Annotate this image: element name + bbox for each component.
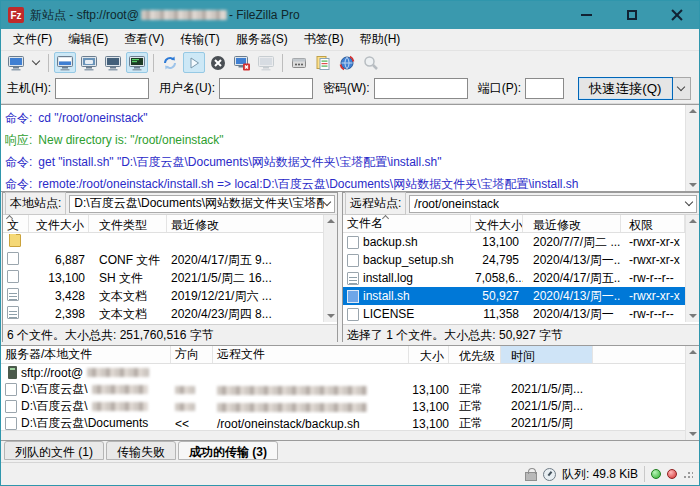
toggle-local-tree-button[interactable] xyxy=(78,52,100,73)
column-header-name[interactable]: 文 xyxy=(3,215,29,232)
remote-list-scrollbar[interactable] xyxy=(685,215,699,322)
close-button[interactable] xyxy=(654,1,699,29)
file-icon-cell xyxy=(3,288,29,304)
menu-bar: 文件(F)编辑(E)查看(V)传输(T)服务器(S)书签(B)帮助(H) xyxy=(1,29,699,51)
remote-file-row[interactable]: install.log7,058,6...2020/4/17/周五...-rw-… xyxy=(343,269,685,287)
column-header-direction[interactable]: 方向 xyxy=(171,346,213,363)
transfer-queue: 服务器/本地文件 方向 远程文件 大小 优先级 时间 sftp://root@D… xyxy=(1,345,699,441)
host-input[interactable] xyxy=(55,78,149,99)
menu-item[interactable]: 书签(B) xyxy=(296,29,352,50)
menu-item[interactable]: 传输(T) xyxy=(172,29,227,50)
remote-path-combo[interactable]: /root/oneinstack xyxy=(409,195,697,213)
local-file-row[interactable]: 3,428文本文档2019/12/21/周六 ... xyxy=(3,287,323,305)
column-header-size[interactable]: 大小 xyxy=(409,346,449,363)
remote-file-row[interactable]: LICENSE11,3582020/4/13/周一-rw-r--r-- xyxy=(343,305,685,323)
find-files-icon xyxy=(362,54,380,72)
directory-comparison-icon xyxy=(314,54,332,72)
blue-file-icon xyxy=(347,290,359,303)
toggle-remote-tree-button[interactable] xyxy=(102,52,124,73)
scroll-up-icon xyxy=(689,219,697,223)
speed-limit-icon[interactable] xyxy=(543,468,556,481)
resize-grip[interactable] xyxy=(683,469,693,479)
file-size: 2,398 xyxy=(29,307,89,321)
menu-item[interactable]: 查看(V) xyxy=(116,29,172,50)
log-scrollbar[interactable] xyxy=(685,105,699,191)
column-header-time[interactable]: 时间 xyxy=(501,346,593,363)
queue-tab[interactable]: 传输失败 xyxy=(106,441,176,460)
remote-file-row[interactable]: backup.sh13,1002020/7/7/周二 ...-rwxr-xr-x xyxy=(343,233,685,251)
toggle-message-log-icon xyxy=(56,54,74,72)
site-manager-dropdown[interactable] xyxy=(29,52,43,73)
filter-button[interactable] xyxy=(288,52,310,73)
process-queue-button[interactable] xyxy=(183,52,205,73)
local-file-row[interactable]: 2,398文本文档2020/4/23/周四 8... xyxy=(3,305,323,323)
directory-comparison-button[interactable] xyxy=(312,52,334,73)
file-icon-cell xyxy=(3,270,29,286)
queue-server-row[interactable]: sftp://root@ xyxy=(1,364,699,381)
queue-direction xyxy=(171,383,213,397)
port-input[interactable] xyxy=(525,78,564,99)
file-size: 24,795 xyxy=(471,253,523,267)
toggle-message-log-button[interactable] xyxy=(54,52,76,73)
queue-tab[interactable]: 列队的文件 (1) xyxy=(4,441,104,460)
file-file-icon xyxy=(347,308,359,321)
toggle-queue-button[interactable] xyxy=(126,52,148,73)
file-icon-cell xyxy=(3,306,29,322)
site-manager-button[interactable] xyxy=(5,52,27,73)
file-permissions: -rwxr-xr-x xyxy=(625,235,685,249)
remote-pane: 远程站点: /root/oneinstack 文件名 文件大小 最近修改 权限 … xyxy=(342,192,700,342)
username-input[interactable] xyxy=(219,78,313,99)
cancel-button[interactable] xyxy=(207,52,229,73)
process-queue-icon xyxy=(185,54,203,72)
toolbar-separator xyxy=(48,54,49,72)
queue-remote-file xyxy=(213,400,409,414)
reconnect-button[interactable] xyxy=(255,52,277,73)
menu-item[interactable]: 帮助(H) xyxy=(352,29,409,50)
local-path-combo[interactable]: D:\百度云盘\Documents\网站数据文件夹\宝塔配置\ xyxy=(69,195,335,213)
column-header-size[interactable]: 文件大小 xyxy=(471,215,523,232)
local-list-scrollbar[interactable] xyxy=(323,215,337,322)
column-header-server-local[interactable]: 服务器/本地文件 xyxy=(1,346,171,363)
disconnect-icon xyxy=(233,54,251,72)
queue-scrollbar[interactable] xyxy=(685,346,699,440)
local-file-row[interactable] xyxy=(3,233,323,251)
remote-file-row[interactable]: install.sh50,9272020/4/13/周一...-rwxr-xr-… xyxy=(343,287,685,305)
remote-file-row[interactable]: backup_setup.sh24,7952020/4/13/周一...-rwx… xyxy=(343,251,685,269)
combo-dropdown-icon xyxy=(323,198,331,206)
menu-item[interactable]: 文件(F) xyxy=(5,29,60,50)
local-file-row[interactable]: 6,887CONF 文件2020/4/17/周五 9... xyxy=(3,251,323,269)
quickconnect-dropdown[interactable] xyxy=(673,77,691,100)
menu-item[interactable]: 编辑(E) xyxy=(60,29,116,50)
queue-tabs: 列队的文件 (1)传输失败成功的传输 (3) xyxy=(1,441,699,462)
disconnect-button[interactable] xyxy=(231,52,253,73)
column-header-remote[interactable]: 远程文件 xyxy=(213,346,409,363)
queue-tab[interactable]: 成功的传输 (3) xyxy=(178,441,278,460)
local-file-row[interactable]: 13,100SH 文件2021/1/5/周二 16... xyxy=(3,269,323,287)
minimize-button[interactable] xyxy=(564,1,609,29)
column-header-permissions[interactable]: 权限 xyxy=(625,215,685,232)
column-header-size[interactable]: 文件大小 xyxy=(29,215,89,232)
refresh-button[interactable] xyxy=(159,52,181,73)
remote-pathbar: 远程站点: /root/oneinstack xyxy=(343,193,699,215)
queue-transfer-row[interactable]: D:\百度云盘\13,100正常2021/1/5/周... xyxy=(1,381,699,398)
quickconnect-button[interactable]: 快速连接(Q) xyxy=(578,77,673,100)
maximize-button[interactable] xyxy=(609,1,654,29)
menu-item[interactable]: 服务器(S) xyxy=(228,29,296,50)
synchronized-browsing-button[interactable] xyxy=(336,52,358,73)
synchronized-browsing-icon xyxy=(338,54,356,72)
column-header-modified[interactable]: 最近修改 xyxy=(529,215,621,232)
file-icon xyxy=(5,400,17,413)
text-icon xyxy=(7,306,19,319)
redacted-text xyxy=(175,403,195,411)
column-header-modified[interactable]: 最近修改 xyxy=(167,215,337,232)
password-input[interactable] xyxy=(374,78,468,99)
status-led-green-icon xyxy=(651,469,661,479)
queue-transfer-row[interactable]: D:\百度云盘\13,100正常2021/1/5/周... xyxy=(1,398,699,415)
find-files-button[interactable] xyxy=(360,52,382,73)
file-icon xyxy=(7,252,19,265)
column-header-name[interactable]: 文件名 xyxy=(343,215,471,232)
column-header-priority[interactable]: 优先级 xyxy=(449,346,501,363)
scroll-up-icon xyxy=(689,109,697,113)
column-header-type[interactable]: 文件类型 xyxy=(95,215,167,232)
queue-horizontal-scrollbar[interactable] xyxy=(1,430,685,440)
